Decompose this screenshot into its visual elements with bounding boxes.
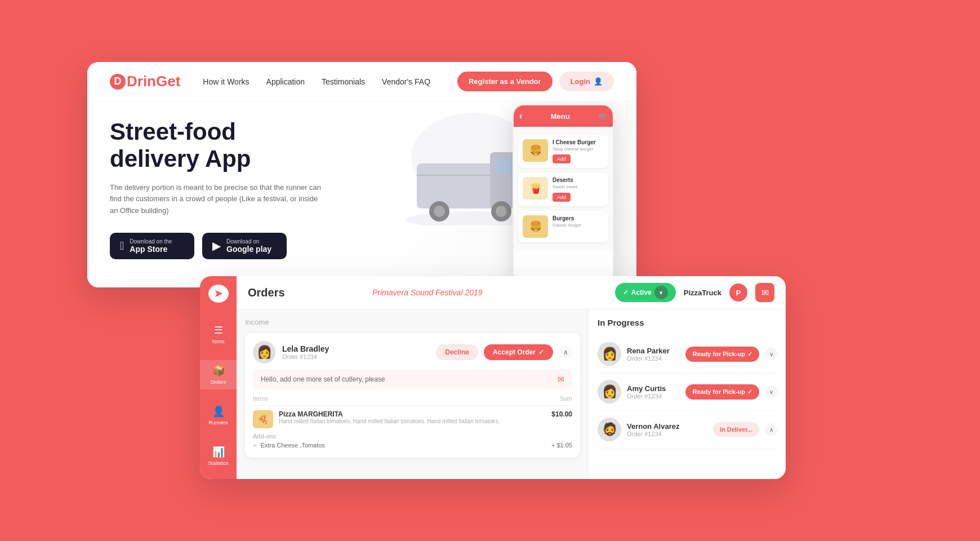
progress-panel: In Progress 👩 Rena Parker Order #1234 Re… [589,309,786,479]
appstore-text: Download on the App Store [130,238,172,254]
dashboard-card: ➤ ☰ Items 📦 Orders 👤 Runners 📊 Statistic… [200,276,786,479]
collapse-button[interactable]: ∧ [559,345,572,359]
progress-order-2: 👩 Amy Curtis Order #1234 Ready for Pick-… [598,373,777,411]
order-number: Order #1234 [282,353,429,360]
rena-order-num: Order #1234 [627,355,680,362]
amy-pickup-button[interactable]: Ready for Pick-up ✓ [685,384,759,400]
checkmark-accept-icon: ✓ [538,348,544,356]
customer-info: Lela Bradley Order #1234 [282,344,429,360]
sidebar: ➤ ☰ Items 📦 Orders 👤 Runners 📊 Statistic… [200,276,237,479]
rena-name: Rena Parker [627,347,680,355]
items-label: Items [212,339,224,344]
page-title: Orders [248,286,364,299]
apple-icon:  [120,240,124,252]
nav-links: How it Works Application Testimonials Ve… [203,77,457,86]
accept-order-button[interactable]: Accept Order ✓ [484,344,553,360]
nav-actions: Register as a Vendor Login 👤 [457,72,614,91]
sidebar-item-items[interactable]: ☰ Items [200,320,237,349]
active-badge: ✓ Active ▾ [615,283,676,302]
google-play-text: Download on Google play [226,238,271,254]
topbar: Orders Primavera Sound Festival 2019 ✓ A… [237,276,786,309]
customer-avatar: 👩 [253,341,275,363]
message-mail-icon: ✉ [558,375,564,384]
login-label: Login [571,77,590,86]
check-icon-2: ✓ [747,388,752,396]
vernon-deliver-button[interactable]: In Deliver... [713,422,759,437]
addons-label: Add-ons [253,433,572,440]
rena-pickup-button[interactable]: Ready for Pick-up ✓ [685,347,759,362]
order-card: 👩 Lela Bradley Order #1234 Decline Accep… [245,333,580,458]
amy-expand-button[interactable]: ∨ [765,385,777,398]
item-desc: Hand milled Italian tomatoes. Hand mille… [279,418,546,424]
items-icon: ☰ [214,324,223,336]
appstore-button[interactable]:  Download on the App Store [110,233,194,259]
hero-section: Street-food delivery App The delivery po… [87,101,636,287]
runners-label: Runners [208,420,228,425]
orders-label: Orders [211,379,226,385]
website-card: D DrinGet How it Works Application Testi… [87,62,636,287]
orders-icon: 📦 [212,365,225,377]
income-label: Income [245,318,580,326]
hero-description: The delivery portion is meant to be prec… [110,182,324,217]
mail-button[interactable]: ✉ [755,283,774,302]
vendor-name: PizzaTruck [684,289,721,297]
order-header: 👩 Lela Bradley Order #1234 Decline Accep… [253,341,572,363]
items-col-label: Items [253,395,268,402]
register-vendor-button[interactable]: Register as a Vendor [457,72,553,91]
main-content: Orders Primavera Sound Festival 2019 ✓ A… [237,276,786,479]
rena-status: Ready for Pick-up [692,351,745,357]
amy-status: Ready for Pick-up [692,388,745,395]
rena-expand-button[interactable]: ∨ [765,348,777,360]
sidebar-logo-icon: ➤ [214,287,222,300]
sum-col-label: Sum [559,395,572,402]
navbar: D DrinGet How it Works Application Testi… [87,62,636,101]
nav-testimonials[interactable]: Testimonials [322,77,365,86]
vernon-name: Vernon Alvarez [627,422,707,431]
sidebar-item-statistics[interactable]: 📊 Statistics [200,441,237,471]
google-play-button[interactable]: ▶ Download on Google play [202,233,287,259]
in-progress-title: In Progress [598,318,777,327]
statistics-icon: 📊 [212,446,225,458]
plus-icon: + [253,442,256,449]
nav-vendors-faq[interactable]: Vendor's FAQ [382,77,430,86]
hero-title-line1: Street-food [110,118,236,145]
active-dropdown-button[interactable]: ▾ [654,286,668,299]
item-price: $10.00 [551,410,572,418]
amy-order-num: Order #1234 [627,393,680,400]
sidebar-item-runners[interactable]: 👤 Runners [200,401,237,430]
brand-name: DrinGet [127,73,180,90]
progress-order-3: 🧔 Vernon Alvarez Order #1234 In Deliver.… [598,411,777,449]
nav-how-it-works[interactable]: How it Works [203,77,249,86]
logo: D DrinGet [110,73,180,90]
addon-row-1: + Extra Cheese ,Tomatos + $1.05 [253,442,572,449]
item-row: 🍕 Pizza MARGHERITA Hand milled Italian t… [253,410,572,428]
statistics-label: Statistics [208,460,228,466]
progress-order-1: 👩 Rena Parker Order #1234 Ready for Pick… [598,335,777,373]
active-label: Active [631,289,652,296]
rena-avatar: 👩 [598,342,621,366]
amy-info: Amy Curtis Order #1234 [627,384,680,400]
login-button[interactable]: Login 👤 [559,72,614,91]
hero-title: Street-food delivery App [110,118,614,173]
vernon-expand-button[interactable]: ∧ [765,423,777,436]
event-subtitle: Primavera Sound Festival 2019 [372,288,482,297]
accept-label: Accept Order [493,348,536,356]
item-name: Pizza MARGHERITA [279,410,546,418]
runners-icon: 👤 [212,405,225,418]
order-message: Hello, add one more set of cutlery, plea… [253,369,572,389]
amy-name: Amy Curtis [627,384,680,393]
content-area: Income 👩 Lela Bradley Order #1234 Declin… [237,309,786,479]
item-thumbnail: 🍕 [253,410,273,428]
user-icon: 👤 [594,77,603,86]
google-play-icon: ▶ [212,239,221,252]
addon1-price: + $1.05 [551,442,572,449]
sidebar-item-orders[interactable]: 📦 Orders [200,360,237,389]
amy-avatar: 👩 [598,380,621,403]
vernon-info: Vernon Alvarez Order #1234 [627,422,707,437]
order-actions: Decline Accept Order ✓ ∧ [436,344,572,360]
addon1-name: + Extra Cheese ,Tomatos [253,442,325,449]
nav-application[interactable]: Application [266,77,305,86]
decline-button[interactable]: Decline [436,344,478,360]
rena-info: Rena Parker Order #1234 [627,347,680,362]
vernon-status: In Deliver... [720,426,752,433]
